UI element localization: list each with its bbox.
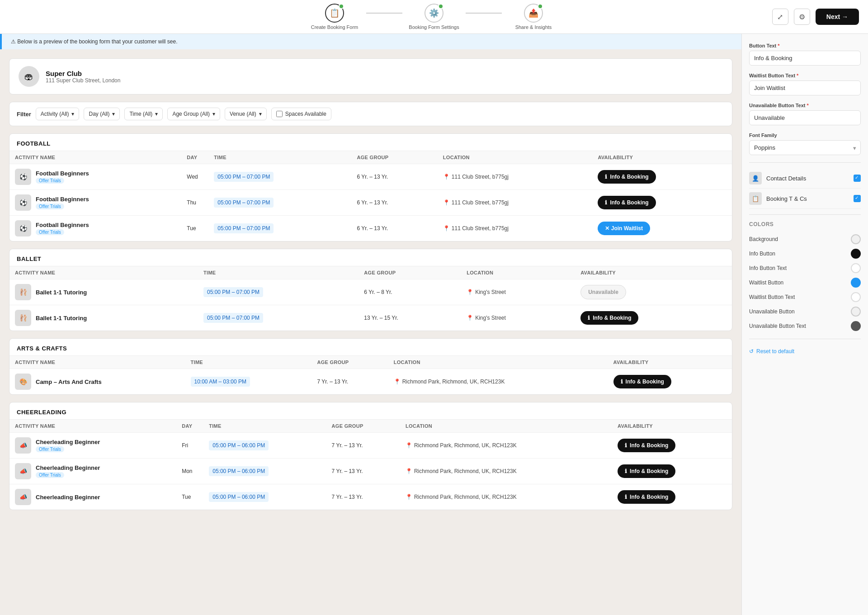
section-cheerleading: CHEERLEADING ACTIVITY NAME DAY TIME AGE … [9,402,732,510]
color-swatch-background[interactable] [851,234,861,244]
button-text-input[interactable] [749,51,861,66]
color-label-waitlist-button: Waitlist Button [749,279,783,286]
nav-step-settings[interactable]: ⚙️ Booking Form Settings [402,4,466,30]
spaces-available-filter[interactable]: Spaces Available [271,108,331,120]
nav-right-actions: ⤢ ⚙ Next → [772,9,859,25]
activity-name-cell: ⚽ Football Beginners Offer Trials [15,169,176,185]
table-row: ⚽ Football Beginners Offer Trials Thu 05… [9,190,732,216]
filter-day[interactable]: Day (All) ▾ [84,108,120,120]
nav-steps: 📋 Create Booking Form ⚙️ Booking Form Se… [303,4,565,30]
waitlist-button-text-input[interactable] [749,80,861,95]
info-booking-button[interactable]: ℹ Info & Booking [618,439,675,452]
filter-time[interactable]: Time (All) ▾ [124,108,163,120]
reset-to-default-button[interactable]: ↺ Reset to default [749,345,794,358]
cheerleading-table: ACTIVITY NAME DAY TIME AGE GROUP LOCATIO… [9,419,732,510]
color-label-unavailable-button-text: Unavailable Button Text [749,323,806,329]
font-family-label: Font Family [749,132,861,138]
col-header-location: LOCATION [400,420,612,433]
booking-tcs-label: Booking T & Cs [766,195,849,202]
booking-tcs-checkbox[interactable] [854,195,861,202]
time-badge: 05:00 PM – 07:00 PM [214,198,274,208]
waitlist-button-text-label: Waitlist Button Text * [749,73,861,78]
color-row-waitlist-button: Waitlist Button [749,275,861,290]
activity-thumb: 📣 [15,463,31,479]
filter-age-group[interactable]: Age Group (All) ▾ [167,108,220,120]
contact-details-checkbox[interactable] [854,175,861,182]
reset-icon: ↺ [749,348,754,355]
settings-icon[interactable]: ⚙ [794,9,810,25]
col-header-age-group: AGE GROUP [311,356,388,369]
info-booking-button[interactable]: ℹ Info & Booking [613,375,671,388]
next-button[interactable]: Next → [816,9,859,25]
color-swatch-info-button[interactable] [851,249,861,259]
color-swatch-waitlist-button[interactable] [851,278,861,288]
section-ballet: BALLET ACTIVITY NAME TIME AGE GROUP LOCA… [9,249,732,331]
chevron-down-icon: ▾ [259,111,262,117]
chevron-down-icon: ▾ [212,111,215,117]
filter-activity[interactable]: Activity (All) ▾ [36,108,80,120]
color-swatch-info-button-text[interactable] [851,263,861,273]
col-header-availability: AVAILABILITY [608,356,732,369]
font-family-select-wrapper: Poppins Roboto Open Sans [749,140,861,155]
nav-step-share[interactable]: 📤 Share & Insights [502,4,565,30]
time-badge: 05:00 PM – 07:00 PM [214,172,274,182]
color-swatch-unavailable-button-text[interactable] [851,321,861,331]
info-booking-button[interactable]: ℹ Info & Booking [580,311,638,325]
time-badge: 10:00 AM – 03:00 PM [191,377,250,387]
filter-venue[interactable]: Venue (All) ▾ [225,108,267,120]
step-settings-dot [438,4,443,9]
time-badge: 05:00 PM – 06:00 PM [209,492,269,502]
button-text-field: Button Text * [749,43,861,66]
color-label-info-button-text: Info Button Text [749,265,787,271]
contact-details-label: Contact Details [766,175,849,182]
step-icon-settings: ⚙️ [425,4,443,23]
section-title-cheerleading: CHEERLEADING [9,402,732,419]
panel-divider [749,162,861,163]
color-row-background: Background [749,232,861,246]
chevron-down-icon: ▾ [112,111,115,117]
info-booking-button[interactable]: ℹ Info & Booking [618,464,675,478]
preview-banner: ⚠ Below is a preview of the booking form… [0,34,741,49]
activity-thumb: ⚽ [15,169,31,185]
unavailable-button-text-input[interactable] [749,110,861,125]
join-waitlist-button[interactable]: ✕ Join Waitlist [598,222,650,235]
col-header-age-group: AGE GROUP [326,420,400,433]
required-star: * [797,73,798,78]
col-header-activity-name: ACTIVITY NAME [9,151,181,164]
filter-label: Filter [17,111,31,118]
venue-name: Super Club [46,70,120,77]
color-label-unavailable-button: Unavailable Button [749,308,795,315]
step-label-settings: Booking Form Settings [409,24,459,30]
col-header-availability: AVAILABILITY [612,420,732,433]
waitlist-button-text-field: Waitlist Button Text * [749,73,861,95]
venue-address: 111 Super Club Street, London [46,77,120,84]
time-badge: 05:00 PM – 07:00 PM [214,223,274,233]
info-booking-button[interactable]: ℹ Info & Booking [598,170,656,184]
expand-icon[interactable]: ⤢ [772,9,788,25]
toggle-booking-tcs[interactable]: 📋 Booking T & Cs [749,189,861,209]
info-booking-button[interactable]: ℹ Info & Booking [598,196,656,209]
color-label-waitlist-button-text: Waitlist Button Text [749,294,795,300]
colors-section-title: Colors [749,221,861,227]
venue-info: Super Club 111 Super Club Street, London [46,70,120,84]
day-cell: Wed [181,164,208,190]
font-family-select[interactable]: Poppins Roboto Open Sans [749,140,861,155]
nav-step-create[interactable]: 📋 Create Booking Form [303,4,366,30]
ballet-table: ACTIVITY NAME TIME AGE GROUP LOCATION AV… [9,266,732,331]
color-swatch-waitlist-button-text[interactable] [851,292,861,302]
info-booking-button[interactable]: ℹ Info & Booking [618,490,675,504]
color-label-background: Background [749,236,778,242]
col-header-time: TIME [203,420,326,433]
spaces-checkbox[interactable] [276,111,283,117]
col-header-activity-name: ACTIVITY NAME [9,420,176,433]
col-header-time: TIME [185,356,312,369]
activity-thumb: 🎨 [15,374,31,390]
section-title-arts: ARTS & CRAFTS [9,339,732,355]
toggle-contact-details[interactable]: 👤 Contact Details [749,168,861,189]
activity-thumb: 🩰 [15,310,31,326]
step-share-dot [538,4,543,9]
section-title-football: FOOTBALL [9,134,732,151]
color-swatch-unavailable-button[interactable] [851,307,861,317]
table-row: 📣 Cheerleading Beginner Offer Trials Fri… [9,433,732,459]
chevron-down-icon: ▾ [71,111,74,117]
